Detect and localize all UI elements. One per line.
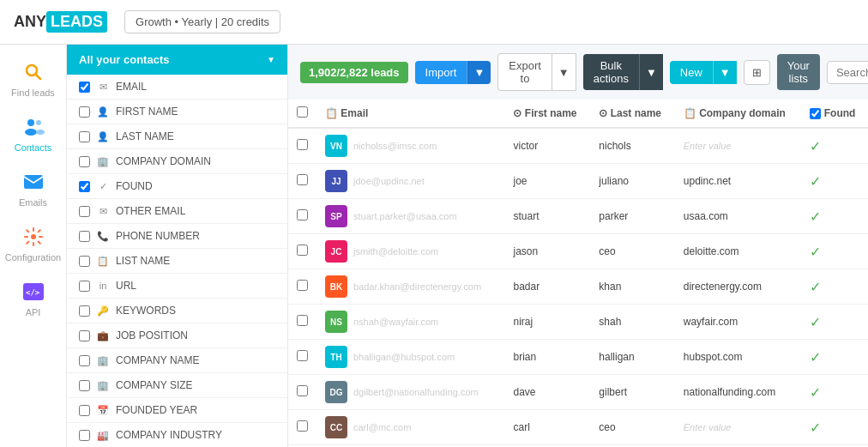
contacts-table: 📋 Email ⊙ First name ⊙ Last name bbox=[288, 100, 868, 447]
filter-checkbox-company-name[interactable] bbox=[79, 355, 90, 366]
sidebar-item-api[interactable]: </> API bbox=[0, 271, 66, 326]
export-dropdown-arrow[interactable]: ▼ bbox=[552, 53, 576, 91]
filter-checkbox-list-name[interactable] bbox=[79, 256, 90, 267]
svg-point-7 bbox=[31, 234, 36, 239]
filter-item-other-email[interactable]: ✉OTHER EMAIL bbox=[67, 199, 287, 224]
main-content: 1,902/2,822 leads Import ▼ Export to ▼ B… bbox=[288, 45, 868, 447]
select-all-checkbox[interactable] bbox=[297, 106, 308, 118]
filter-checkbox-email[interactable] bbox=[79, 82, 90, 93]
found-col-checkbox[interactable] bbox=[810, 108, 821, 119]
col-select-all[interactable] bbox=[288, 100, 316, 128]
filter-checkbox-keywords[interactable] bbox=[79, 305, 90, 317]
cell-check-6[interactable] bbox=[288, 340, 316, 375]
filter-checkbox-other-email[interactable] bbox=[79, 206, 90, 217]
filter-item-list-name[interactable]: 📋LIST NAME bbox=[67, 249, 287, 274]
col-last-name: ⊙ Last name bbox=[590, 100, 674, 128]
filter-icon-list-name: 📋 bbox=[96, 254, 110, 268]
cell-check-1[interactable] bbox=[288, 164, 316, 199]
cell-check-8[interactable] bbox=[288, 410, 316, 445]
filter-checkbox-founded-year[interactable] bbox=[79, 405, 90, 416]
row-checkbox-8[interactable] bbox=[297, 420, 308, 432]
cell-email-3: JC jsmith@deloitte.com bbox=[316, 234, 504, 269]
filter-checkbox-first-name[interactable] bbox=[79, 106, 90, 118]
cell-first-6: brian bbox=[504, 340, 590, 375]
cell-last-4: khan bbox=[590, 269, 674, 305]
filter-checkbox-company-industry[interactable] bbox=[79, 430, 90, 441]
filter-checkbox-company-domain[interactable] bbox=[79, 156, 90, 167]
cell-first-3: jason bbox=[504, 234, 590, 269]
filter-label-keywords: KEYWORDS bbox=[116, 305, 176, 317]
table-row: JJ jdoe@updinc.net joe juliano updinc.ne… bbox=[288, 164, 868, 199]
filter-checkbox-company-size[interactable] bbox=[79, 380, 90, 391]
cell-found-6: ✓ bbox=[801, 340, 868, 375]
row-checkbox-4[interactable] bbox=[297, 280, 308, 291]
cell-check-4[interactable] bbox=[288, 269, 316, 305]
svg-line-1 bbox=[35, 75, 40, 80]
filter-item-company-size[interactable]: 🏢COMPANY SIZE bbox=[67, 373, 287, 398]
filter-header[interactable]: All your contacts ▼ bbox=[67, 45, 287, 75]
row-checkbox-3[interactable] bbox=[297, 245, 308, 256]
new-dropdown-arrow[interactable]: ▼ bbox=[713, 61, 737, 84]
avatar-1: JJ bbox=[325, 170, 347, 192]
sidebar-item-contacts[interactable]: Contacts bbox=[0, 106, 66, 161]
filter-header-chevron-icon: ▼ bbox=[267, 55, 275, 64]
filter-item-last-name[interactable]: 👤LAST NAME bbox=[67, 124, 287, 149]
filter-item-company-industry[interactable]: 🏭COMPANY INDUSTRY bbox=[67, 423, 287, 447]
found-check-icon: ✓ bbox=[810, 139, 821, 154]
sidebar-item-find-leads[interactable]: Find leads bbox=[0, 51, 66, 106]
filter-item-email[interactable]: ✉EMAIL bbox=[67, 75, 287, 100]
last-name-col-icon: ⊙ bbox=[599, 107, 607, 119]
filter-sidebar: All your contacts ▼ ✉EMAIL👤FIRST NAME👤LA… bbox=[67, 45, 288, 447]
columns-button[interactable]: ⊞ bbox=[744, 60, 770, 85]
row-checkbox-5[interactable] bbox=[297, 315, 308, 326]
filter-label-company-industry: COMPANY INDUSTRY bbox=[116, 429, 222, 441]
cell-check-0[interactable] bbox=[288, 128, 316, 164]
cell-check-2[interactable] bbox=[288, 199, 316, 234]
filter-item-company-name[interactable]: 🏢COMPANY NAME bbox=[67, 348, 287, 373]
emails-icon bbox=[21, 170, 45, 194]
found-check-icon: ✓ bbox=[810, 280, 821, 294]
sidebar-item-emails[interactable]: Emails bbox=[0, 161, 66, 216]
your-lists-button[interactable]: Your lists bbox=[777, 54, 820, 90]
filter-checkbox-phone-number[interactable] bbox=[79, 231, 90, 242]
row-checkbox-0[interactable] bbox=[297, 139, 308, 150]
filter-item-founded-year[interactable]: 📅FOUNDED YEAR bbox=[67, 398, 287, 423]
table-row: VN nicholss@imsc.com victor nichols Ente… bbox=[288, 128, 868, 164]
sidebar-item-configuration[interactable]: Configuration bbox=[0, 216, 66, 271]
new-button[interactable]: New bbox=[670, 61, 713, 84]
filter-item-phone-number[interactable]: 📞PHONE NUMBER bbox=[67, 224, 287, 249]
filter-checkbox-found[interactable] bbox=[79, 181, 90, 192]
cell-found-4: ✓ bbox=[801, 269, 868, 305]
filter-item-first-name[interactable]: 👤FIRST NAME bbox=[67, 100, 287, 124]
cell-domain-4: directenergy.com bbox=[675, 269, 802, 305]
filter-item-job-position[interactable]: 💼JOB POSITION bbox=[67, 323, 287, 348]
cell-last-6: halligan bbox=[590, 340, 674, 375]
search-input[interactable] bbox=[827, 61, 868, 84]
bulk-dropdown-arrow[interactable]: ▼ bbox=[639, 54, 663, 90]
import-dropdown-arrow[interactable]: ▼ bbox=[467, 61, 491, 84]
filter-item-found[interactable]: ✓FOUND bbox=[67, 174, 287, 199]
svg-text:</>: </> bbox=[26, 288, 40, 297]
filter-checkbox-url[interactable] bbox=[79, 281, 90, 292]
filter-item-keywords[interactable]: 🔑KEYWORDS bbox=[67, 299, 287, 323]
svg-point-4 bbox=[36, 120, 41, 125]
table-row: JC jsmith@deloitte.com jason ceo deloitt… bbox=[288, 234, 868, 269]
export-button[interactable]: Export to bbox=[497, 53, 552, 91]
row-checkbox-6[interactable] bbox=[297, 350, 308, 361]
row-checkbox-7[interactable] bbox=[297, 385, 308, 396]
filter-checkbox-last-name[interactable] bbox=[79, 131, 90, 142]
cell-found-7: ✓ bbox=[801, 375, 868, 410]
filter-item-url[interactable]: inURL bbox=[67, 274, 287, 299]
row-checkbox-2[interactable] bbox=[297, 209, 308, 220]
cell-found-3: ✓ bbox=[801, 234, 868, 269]
cell-check-7[interactable] bbox=[288, 375, 316, 410]
filter-checkbox-job-position[interactable] bbox=[79, 330, 90, 341]
row-checkbox-1[interactable] bbox=[297, 174, 308, 185]
import-button[interactable]: Import bbox=[415, 61, 467, 84]
cell-check-3[interactable] bbox=[288, 234, 316, 269]
filter-label-email: EMAIL bbox=[116, 81, 147, 93]
found-check-icon: ✓ bbox=[810, 174, 821, 189]
bulk-actions-button[interactable]: Bulk actions bbox=[583, 54, 639, 90]
cell-check-5[interactable] bbox=[288, 305, 316, 340]
filter-item-company-domain[interactable]: 🏢COMPANY DOMAIN bbox=[67, 149, 287, 174]
